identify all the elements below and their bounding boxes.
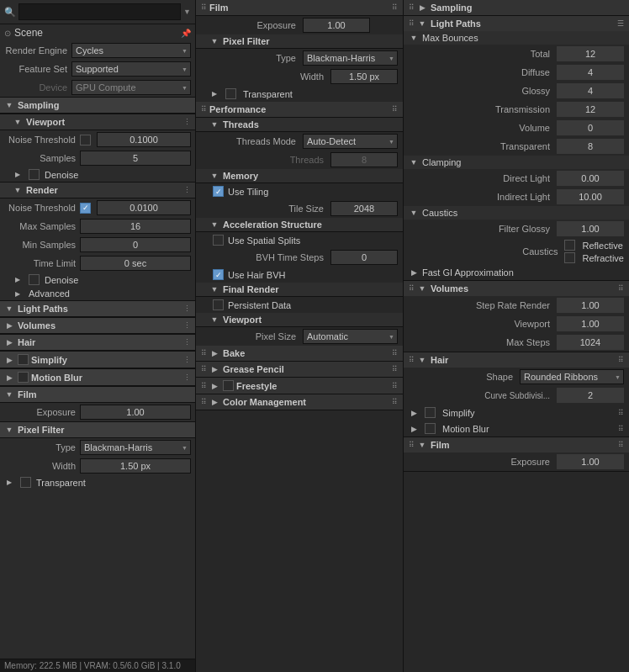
rp-volumes-header[interactable]: ⠿ Volumes ⠿ bbox=[404, 281, 629, 296]
rp-hair-header[interactable]: ⠿ Hair ⠿ bbox=[404, 352, 629, 368]
rp-film-header[interactable]: ⠿ Film ⠿ bbox=[404, 437, 629, 452]
pf-type-select[interactable]: Blackman-Harris bbox=[80, 440, 191, 455]
rp-sampling-header[interactable]: ⠿ Sampling bbox=[404, 0, 629, 15]
transparent-checkbox[interactable] bbox=[20, 477, 31, 488]
motion-blur-header[interactable]: Motion Blur ⋮ bbox=[0, 368, 195, 386]
viewport-subsection-header[interactable]: Viewport ⋮ bbox=[0, 114, 195, 130]
mid-color-mgmt-header[interactable]: ⠿ Color Management ⠿ bbox=[196, 394, 403, 410]
mid-exposure-value[interactable] bbox=[303, 18, 398, 33]
rp-diffuse-value[interactable] bbox=[557, 65, 624, 80]
render-subsection-header[interactable]: Render ⋮ bbox=[0, 182, 195, 198]
mid-freestyle-header[interactable]: ⠿ Freestyle ⠿ bbox=[196, 378, 403, 394]
mid-threads-mode-dropdown[interactable]: Auto-Detect bbox=[303, 134, 398, 149]
mid-accel-header[interactable]: Acceleration Structure bbox=[196, 218, 403, 232]
film-header[interactable]: Film bbox=[0, 386, 195, 403]
mid-threads-mode-select[interactable]: Auto-Detect bbox=[303, 134, 398, 149]
mid-performance-header[interactable]: ⠿ Performance ⠿ bbox=[196, 102, 403, 118]
rp-total-value[interactable] bbox=[557, 46, 624, 61]
volumes-header[interactable]: Volumes ⋮ bbox=[0, 317, 195, 334]
rp-reflective-checkbox[interactable] bbox=[564, 240, 575, 251]
film-exposure-input[interactable] bbox=[80, 405, 191, 420]
device-select[interactable]: GPU Compute bbox=[71, 80, 191, 95]
rp-film-exposure-value[interactable] bbox=[557, 454, 624, 469]
rp-step-rate-value[interactable] bbox=[557, 298, 624, 313]
mid-memory-header[interactable]: Memory bbox=[196, 169, 403, 183]
hair-header[interactable]: Hair ⋮ bbox=[0, 334, 195, 351]
denoise2-expand-icon[interactable] bbox=[13, 275, 23, 285]
samples-input[interactable] bbox=[80, 151, 191, 166]
rp-hair-simplify-checkbox[interactable] bbox=[425, 407, 436, 418]
light-paths-header[interactable]: Light Paths ⋮ bbox=[0, 300, 195, 317]
rp-refractive-checkbox[interactable] bbox=[564, 252, 575, 263]
rp-max-steps-value[interactable] bbox=[557, 335, 624, 350]
rp-vol-viewport-value[interactable] bbox=[557, 316, 624, 331]
sampling-section-header[interactable]: Sampling bbox=[0, 97, 195, 114]
rp-transparent-value[interactable] bbox=[557, 139, 624, 154]
mid-pf-type-select[interactable]: Blackman-Harris bbox=[303, 50, 398, 66]
motion-blur-checkbox[interactable] bbox=[18, 372, 29, 383]
rp-total-input[interactable] bbox=[557, 46, 624, 61]
mid-transparent-checkbox[interactable] bbox=[225, 88, 236, 99]
time-limit-input[interactable] bbox=[80, 256, 191, 271]
pf-width-input[interactable] bbox=[80, 458, 191, 474]
mid-grease-pencil-header[interactable]: ⠿ Grease Pencil ⠿ bbox=[196, 362, 403, 378]
rp-glossy-value[interactable] bbox=[557, 83, 624, 98]
pixel-filter-header[interactable]: Pixel Filter bbox=[0, 421, 195, 438]
min-samples-input[interactable] bbox=[80, 237, 191, 252]
mid-pf-header[interactable]: Pixel Filter bbox=[196, 34, 403, 49]
rp-hair-motion-blur-row[interactable]: Motion Blur ⠿ bbox=[404, 421, 629, 437]
rp-shape-dropdown[interactable]: Rounded Ribbons bbox=[520, 369, 624, 384]
rp-hair-mb-checkbox[interactable] bbox=[425, 423, 436, 434]
samples-value[interactable] bbox=[80, 151, 191, 166]
render-engine-dropdown[interactable]: Cycles bbox=[71, 43, 191, 58]
rp-diffuse-input[interactable] bbox=[557, 65, 624, 80]
device-dropdown[interactable]: GPU Compute bbox=[71, 80, 191, 95]
noise-threshold-input[interactable] bbox=[80, 132, 191, 147]
denoise-checkbox-1[interactable] bbox=[29, 169, 40, 180]
rp-film-exposure-input[interactable] bbox=[557, 454, 624, 469]
rp-step-rate-input[interactable] bbox=[557, 298, 624, 313]
mid-pf-width-input[interactable] bbox=[330, 69, 398, 84]
rp-curve-subdiv-value[interactable] bbox=[557, 388, 624, 403]
mid-bake-header[interactable]: ⠿ Bake ⠿ bbox=[196, 346, 403, 362]
rp-vol-viewport-input[interactable] bbox=[557, 316, 624, 331]
search-dropdown-icon[interactable]: ▼ bbox=[183, 8, 191, 16]
rp-glossy-input[interactable] bbox=[557, 83, 624, 98]
rp-direct-light-input[interactable] bbox=[557, 171, 624, 186]
render-noise-input[interactable] bbox=[97, 200, 191, 215]
rp-filter-glossy-value[interactable] bbox=[557, 221, 624, 236]
rp-indirect-light-input[interactable] bbox=[557, 189, 624, 204]
mid-use-tiling-checkbox[interactable] bbox=[213, 186, 224, 197]
feature-set-dropdown[interactable]: Supported bbox=[71, 61, 191, 77]
rp-max-bounces-header[interactable]: Max Bounces bbox=[404, 31, 629, 45]
mid-spatial-checkbox[interactable] bbox=[213, 235, 224, 246]
mid-threads-header[interactable]: Threads bbox=[196, 118, 403, 132]
pf-type-dropdown[interactable]: Blackman-Harris bbox=[80, 440, 191, 455]
pin-icon[interactable]: 📌 bbox=[181, 29, 191, 38]
rp-transmission-input[interactable] bbox=[557, 102, 624, 117]
rp-direct-light-value[interactable] bbox=[557, 171, 624, 186]
mid-transparent-chevron[interactable] bbox=[209, 89, 219, 99]
mid-pixel-size-select[interactable]: Automatic bbox=[303, 329, 398, 344]
mid-film-header[interactable]: ⠿ Film ⠿ bbox=[196, 0, 403, 16]
simplify-header[interactable]: Simplify ⋮ bbox=[0, 351, 195, 368]
denoise-checkbox-2[interactable] bbox=[29, 274, 40, 285]
rp-volume-input[interactable] bbox=[557, 120, 624, 135]
mid-pixel-size-dropdown[interactable]: Automatic bbox=[303, 329, 398, 344]
rp-light-paths-header[interactable]: ⠿ Light Paths ☰ bbox=[404, 16, 629, 31]
rp-clamping-header[interactable]: Clamping bbox=[404, 156, 629, 169]
render-engine-select[interactable]: Cycles bbox=[71, 43, 191, 58]
transparent-expand-icon[interactable] bbox=[4, 478, 14, 488]
rp-volume-value[interactable] bbox=[557, 120, 624, 135]
simplify-checkbox[interactable] bbox=[18, 354, 29, 365]
feature-set-select[interactable]: Supported bbox=[71, 61, 191, 77]
rp-filter-glossy-input[interactable] bbox=[557, 221, 624, 236]
search-input[interactable] bbox=[18, 3, 181, 20]
noise-threshold-checkbox[interactable] bbox=[80, 135, 91, 146]
mid-bvh-time-input[interactable] bbox=[330, 250, 398, 265]
mid-hair-bvh-checkbox[interactable] bbox=[213, 269, 224, 280]
denoise-expand-icon[interactable] bbox=[13, 170, 23, 180]
rp-max-steps-input[interactable] bbox=[557, 335, 624, 350]
rp-fast-gi-row[interactable]: Fast GI Approximation bbox=[404, 265, 629, 280]
noise-threshold-value[interactable] bbox=[97, 132, 191, 147]
